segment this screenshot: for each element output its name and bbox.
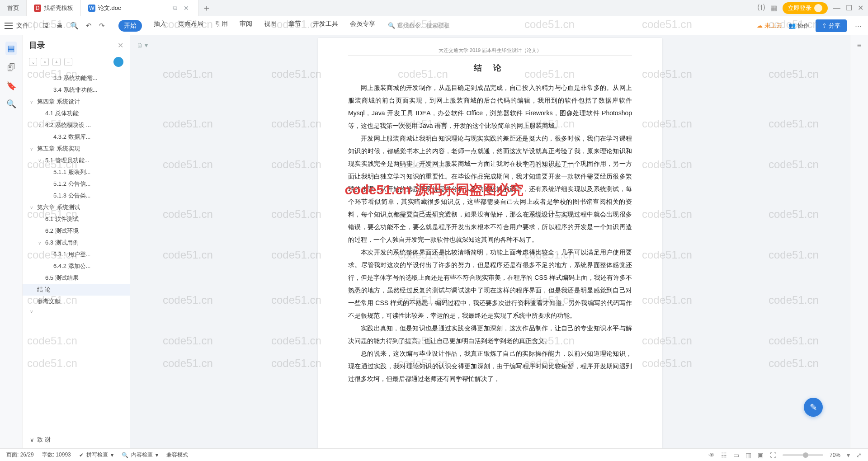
- status-page[interactable]: 页面: 26/29: [6, 451, 34, 459]
- undo-icon[interactable]: ↶: [84, 21, 94, 31]
- outline-item[interactable]: 6.1 软件测试: [23, 213, 130, 225]
- print-icon[interactable]: 🖶: [54, 21, 65, 30]
- chevron-down-icon: ∨: [30, 309, 35, 314]
- apps-icon[interactable]: ▦: [770, 4, 777, 12]
- outline-item-label: 参考文献: [37, 297, 61, 306]
- outline-item[interactable]: 3.3 系统功能需...: [23, 72, 130, 84]
- outline-item[interactable]: ∨: [23, 307, 130, 316]
- right-rail-menu-icon[interactable]: ≡: [857, 42, 861, 50]
- outline-item[interactable]: 4.1 总体功能: [23, 108, 130, 119]
- save-icon[interactable]: 🖫: [40, 21, 51, 30]
- outline-item[interactable]: ∨第六章 系统测试: [23, 202, 130, 213]
- fullscreen-icon[interactable]: ⤢: [856, 452, 862, 459]
- view-mode-2-icon[interactable]: ☷: [721, 452, 727, 459]
- status-spellcheck[interactable]: ✔拼写检查▾: [79, 451, 113, 459]
- outline-item-label: 3.3 系统功能需...: [53, 74, 98, 82]
- menu-review[interactable]: 审阅: [240, 20, 252, 32]
- tab-close-icon[interactable]: ✕: [182, 5, 191, 12]
- outline-item[interactable]: ∨5.1 管理员功能...: [23, 155, 130, 166]
- tab-popout-icon[interactable]: ⧉: [171, 4, 179, 12]
- outline-rail-icon[interactable]: ▤: [5, 42, 17, 55]
- redo-icon[interactable]: ↷: [97, 21, 107, 31]
- outline-item[interactable]: 6.5 测试结果: [23, 272, 130, 284]
- chevron-down-icon: ∨: [38, 240, 43, 245]
- outline-item[interactable]: 5.1.3 公告类...: [23, 190, 130, 202]
- view-mode-1-icon[interactable]: 👁: [708, 452, 715, 459]
- tab-templates[interactable]: D 找稻壳模板: [27, 0, 81, 16]
- outline-footer-item[interactable]: ∨ 致 谢: [23, 431, 130, 448]
- outline-close-icon[interactable]: ✕: [118, 41, 123, 50]
- outline-item[interactable]: 6.2 测试环境: [23, 225, 130, 237]
- collab-button[interactable]: 👥 协作: [788, 22, 809, 30]
- login-button[interactable]: 立即登录: [783, 2, 828, 14]
- layout-icon[interactable]: ⑴: [758, 3, 765, 13]
- bookmark-rail-icon[interactable]: 🔖: [6, 81, 16, 91]
- outline-item[interactable]: 3.4 系统非功能...: [23, 84, 130, 96]
- zoom-dropdown-icon[interactable]: ▾: [847, 452, 850, 459]
- window-tabbar: 首页 D 找稻壳模板 W 论文.doc ⧉ ✕ ＋ ⑴ ▦ 立即登录 — ☐ ✕: [0, 0, 868, 16]
- menu-start[interactable]: 开始: [118, 20, 142, 32]
- status-bar: 页面: 26/29 字数: 10993 ✔拼写检查▾ 🔍内容检查▾ 兼容模式 👁…: [0, 448, 868, 461]
- outline-item[interactable]: 5.1.2 公告信...: [23, 178, 130, 190]
- chevron-down-icon: ∨: [30, 99, 35, 104]
- search-rail-icon[interactable]: 🔍: [6, 99, 16, 109]
- fab-button[interactable]: ✎: [804, 398, 823, 417]
- view-mode-5-icon[interactable]: ▣: [758, 452, 764, 459]
- preview-icon[interactable]: 🔍: [68, 21, 80, 31]
- status-words[interactable]: 字数: 10993: [42, 451, 71, 459]
- tab-home[interactable]: 首页: [0, 0, 27, 16]
- spellcheck-icon: ✔: [79, 452, 84, 458]
- zoom-value[interactable]: 70%: [830, 452, 840, 458]
- ribbon-collapse-icon[interactable]: ⋯: [853, 21, 863, 31]
- menu-pagelayout[interactable]: 页面布局: [178, 20, 203, 32]
- cloud-status[interactable]: ☁ 未上云: [757, 22, 782, 30]
- zoom-fit-icon[interactable]: ⛶: [770, 452, 776, 459]
- status-contentcheck[interactable]: 🔍内容检查▾: [122, 451, 158, 459]
- section-title: 结 论: [348, 62, 632, 73]
- outline-expand-icon[interactable]: ⌄: [29, 58, 37, 66]
- outline-item[interactable]: 结 论: [23, 284, 130, 296]
- status-compat[interactable]: 兼容模式: [166, 451, 188, 459]
- outline-item-label: 6.1 软件测试: [45, 215, 79, 223]
- zoom-slider[interactable]: [783, 454, 823, 456]
- outline-item[interactable]: 6.4.2 添加公...: [23, 260, 130, 272]
- file-menu[interactable]: 文件: [16, 22, 29, 30]
- outline-item[interactable]: 4.3.2 数据库...: [23, 131, 130, 143]
- view-mode-3-icon[interactable]: ▭: [733, 452, 739, 459]
- outline-tool-3[interactable]: −: [64, 58, 72, 66]
- menu-member[interactable]: 会员专享: [350, 20, 375, 32]
- window-maximize-icon[interactable]: ☐: [846, 4, 852, 12]
- window-close-icon[interactable]: ✕: [858, 4, 863, 12]
- collab-label: 协作: [797, 22, 809, 30]
- outline-item[interactable]: ∨4.2 系统模块设 ...: [23, 119, 130, 131]
- outline-item[interactable]: 参考文献: [23, 296, 130, 307]
- document-page: 大连交通大学 2019 届本科生毕业设计（论文） 结 论 网上服装商城的开发制作…: [318, 38, 662, 448]
- menu-chapter[interactable]: 章节: [288, 20, 301, 32]
- outline-tool-2[interactable]: +: [52, 58, 61, 66]
- menu-devtools[interactable]: 开发工具: [313, 20, 338, 32]
- menu-insert[interactable]: 插入: [154, 20, 166, 32]
- clipboard-rail-icon[interactable]: 🗐: [7, 63, 15, 73]
- new-tab-button[interactable]: ＋: [198, 2, 215, 14]
- window-minimize-icon[interactable]: —: [833, 4, 840, 12]
- command-search[interactable]: 🔍 查找命令、搜索模板: [388, 22, 450, 30]
- view-mode-4-icon[interactable]: ▥: [745, 452, 751, 459]
- document-viewport[interactable]: 🗎 ▾ 大连交通大学 2019 届本科生毕业设计（论文） 结 论 网上服装商城的…: [130, 35, 850, 448]
- tab-document[interactable]: W 论文.doc ⧉ ✕: [81, 0, 198, 16]
- outline-tool-1[interactable]: ▫: [41, 58, 49, 66]
- outline-item[interactable]: 6.3.1 用户登...: [23, 249, 130, 260]
- outline-item[interactable]: ∨6.3 测试用例: [23, 237, 130, 249]
- share-button[interactable]: ⇪ 分享: [816, 19, 847, 32]
- outline-item[interactable]: 5.1.1 服装列...: [23, 166, 130, 178]
- menu-references[interactable]: 引用: [215, 20, 228, 32]
- menu-view[interactable]: 视图: [264, 20, 277, 32]
- hamburger-icon[interactable]: [5, 23, 13, 29]
- page-options-icon[interactable]: 🗎 ▾: [137, 42, 148, 49]
- outline-item[interactable]: ∨第五章 系统实现: [23, 143, 130, 155]
- outline-item-label: 5.1.2 公告信...: [53, 180, 90, 188]
- tab-templates-label: 找稻壳模板: [44, 4, 73, 12]
- outline-item-label: 4.3.2 数据库...: [53, 133, 90, 141]
- ribbon-toolbar: 文件 🖫 🖶 🔍 ↶ ↷ 开始 插入 页面布局 引用 审阅 视图 章节 开发工具…: [0, 16, 868, 35]
- outline-assistant-icon[interactable]: [113, 57, 123, 67]
- outline-item[interactable]: ∨第四章 系统设计: [23, 96, 130, 108]
